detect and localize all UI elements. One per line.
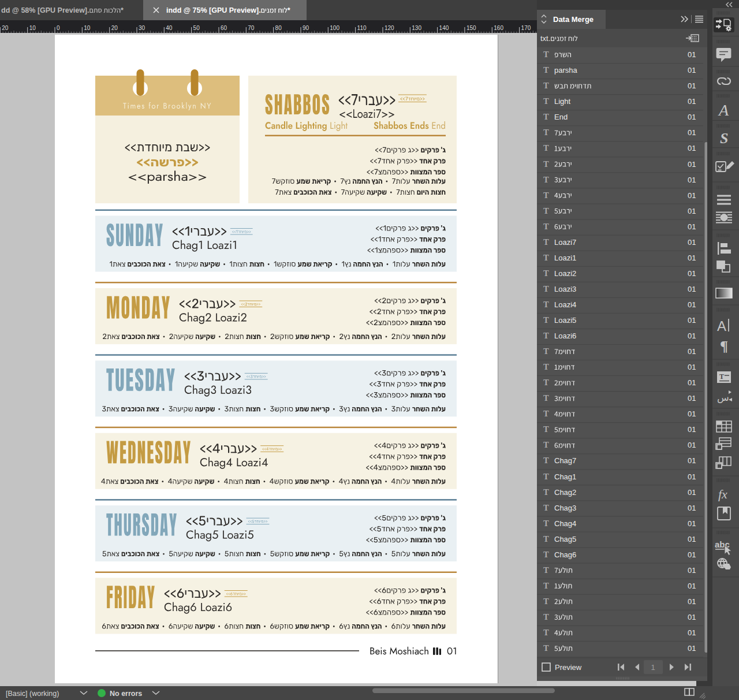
svg-text:Loazi4: Loazi4 [554,300,576,309]
svg-text:Loazi5: Loazi5 [554,316,576,325]
svg-text:Loazi3: Loazi3 [554,285,576,293]
svg-text:40: 40 [166,25,173,31]
svg-text:T: T [719,373,724,381]
svg-text:Loazi7: Loazi7 [554,238,576,247]
svg-text:No errors: No errors [110,690,142,698]
svg-text:Light: Light [554,97,571,106]
svg-text:110: 110 [357,25,367,31]
svg-text:140: 140 [439,25,449,31]
svg-text:Loazi6: Loazi6 [554,332,576,340]
svg-text:120: 120 [385,25,394,31]
svg-text:Data Merge: Data Merge [553,15,594,24]
svg-text:[Basic] (working): [Basic] (working) [6,690,59,698]
svg-text:dd @ 58% [GPU Preview].: dd @ 58% [GPU Preview]. [1,6,89,14]
svg-text:txt.: txt. [540,34,550,43]
svg-text:130: 130 [412,25,421,31]
svg-text:Chag7: Chag7 [554,456,576,465]
svg-text:fx: fx [718,487,727,501]
svg-text:Chag4: Chag4 [554,519,576,528]
svg-text:70: 70 [248,25,255,31]
svg-text:10: 10 [29,25,36,31]
svg-text:20: 20 [2,25,9,31]
svg-text:150: 150 [466,25,476,31]
svg-text:¶: ¶ [720,338,728,355]
svg-text:End: End [554,113,568,121]
svg-text:*: * [288,6,290,14]
svg-text:Chag6: Chag6 [554,550,576,559]
svg-text:Preview: Preview [555,663,582,672]
svg-text:Chag1: Chag1 [554,472,576,481]
svg-text:10: 10 [84,25,91,31]
svg-text:س: س [717,392,729,403]
svg-text:Loazi2: Loazi2 [554,269,576,278]
svg-text:*: * [121,6,124,14]
svg-text:S: S [720,130,728,147]
svg-text:80: 80 [275,25,282,31]
svg-text:100: 100 [330,25,339,31]
svg-text:90: 90 [303,25,309,31]
svg-text:Loazi1: Loazi1 [554,254,576,262]
svg-text:160: 160 [494,25,503,31]
svg-text:170: 170 [521,25,531,31]
svg-text:60: 60 [221,25,227,31]
svg-text:1: 1 [651,663,655,672]
svg-text:Chag3: Chag3 [554,504,576,512]
svg-text:indd @ 75% [GPU Preview].: indd @ 75% [GPU Preview]. [166,6,261,14]
svg-text:parsha: parsha [554,66,578,75]
svg-text:0: 0 [57,25,60,31]
svg-text:Chag2: Chag2 [554,488,576,497]
svg-text:A: A [717,318,726,334]
svg-text:Chag5: Chag5 [554,535,576,543]
svg-text:A: A [718,101,729,119]
svg-text:50: 50 [193,25,200,31]
svg-text:30: 30 [139,25,145,31]
svg-text:20: 20 [111,25,118,31]
